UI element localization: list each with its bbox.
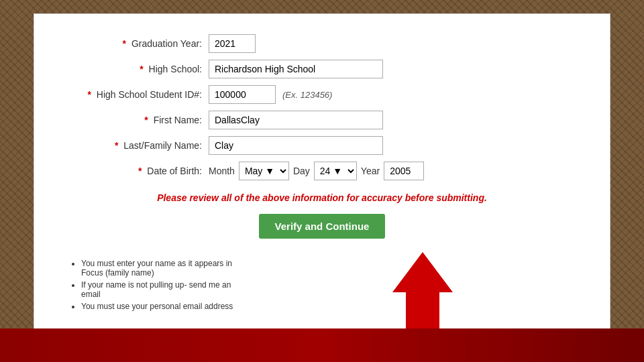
- required-star-2: *: [140, 64, 143, 74]
- required-star-4: *: [144, 115, 148, 125]
- required-star-5: *: [115, 140, 118, 151]
- warning-message: Please review all of the above informati…: [61, 192, 583, 203]
- high-school-row: * High School:: [61, 60, 583, 78]
- dob-month-label: Month: [209, 166, 235, 176]
- student-id-input[interactable]: [209, 85, 276, 104]
- dob-day-select[interactable]: 24 ▼: [314, 162, 357, 180]
- graduation-year-input[interactable]: [209, 34, 256, 53]
- bullet-list-section: You must enter your name as it appears i…: [61, 259, 235, 314]
- arrow-wrapper: [262, 252, 583, 329]
- student-id-row: * High School Student ID#: (Ex. 123456): [61, 85, 583, 104]
- list-item: You must enter your name as it appears i…: [81, 259, 235, 278]
- student-id-label: * High School Student ID#:: [61, 89, 202, 100]
- dob-day-label: Day: [293, 166, 310, 176]
- main-card: * Graduation Year: * High School: * High…: [34, 13, 610, 343]
- list-item: You must use your personal email address: [81, 302, 235, 311]
- required-star-3: *: [87, 89, 91, 100]
- bullet-list: You must enter your name as it appears i…: [74, 259, 235, 311]
- arrow-triangle: [392, 252, 453, 292]
- high-school-input[interactable]: [209, 60, 383, 78]
- first-name-label: * First Name:: [61, 115, 202, 125]
- arrow-up-composite: [392, 252, 453, 329]
- dob-row: * Date of Birth: Month May ▼ Day 24 ▼ Ye…: [61, 162, 583, 180]
- verify-continue-button[interactable]: Verify and Continue: [259, 214, 386, 239]
- lower-content: You must enter your name as it appears i…: [61, 252, 583, 329]
- student-id-example: (Ex. 123456): [282, 90, 332, 100]
- graduation-year-row: * Graduation Year:: [61, 34, 583, 53]
- list-item: If your name is not pulling up- send me …: [81, 280, 235, 299]
- bottom-bar: [0, 328, 644, 362]
- required-star-6: *: [138, 166, 142, 176]
- first-name-row: * First Name:: [61, 111, 583, 129]
- verify-button-wrapper: Verify and Continue: [61, 214, 583, 239]
- last-name-label: * Last/Family Name:: [61, 140, 202, 151]
- last-name-row: * Last/Family Name:: [61, 136, 583, 155]
- required-star: *: [123, 38, 126, 49]
- dob-year-label: Year: [361, 166, 380, 176]
- form-section: * Graduation Year: * High School: * High…: [61, 34, 583, 180]
- graduation-year-label: * Graduation Year:: [61, 38, 202, 49]
- dob-label: * Date of Birth:: [61, 166, 202, 176]
- first-name-input[interactable]: [209, 111, 383, 129]
- dob-month-select[interactable]: May ▼: [239, 162, 289, 180]
- arrow-stem: [406, 292, 439, 329]
- dob-year-input[interactable]: [384, 162, 424, 180]
- last-name-input[interactable]: [209, 136, 383, 155]
- dob-inputs: Month May ▼ Day 24 ▼ Year: [209, 162, 424, 180]
- high-school-label: * High School:: [61, 64, 202, 74]
